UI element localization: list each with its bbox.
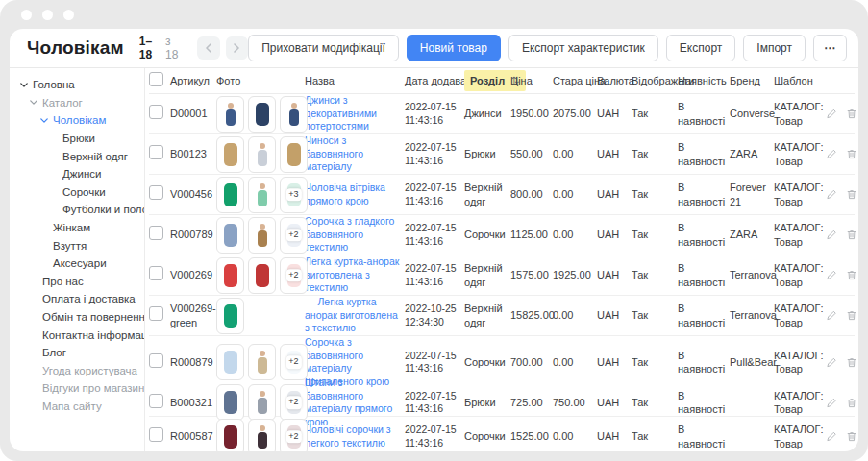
sidebar-item-exchange-returns[interactable]: Обмін та повернення <box>10 308 144 327</box>
sidebar-item-outerwear[interactable]: Верхній одяг <box>10 147 144 165</box>
delete-icon[interactable] <box>846 108 857 120</box>
product-photo[interactable] <box>216 177 244 213</box>
row-checkbox[interactable] <box>149 105 163 119</box>
product-name-link[interactable]: Чоловіча вітрівка прямого крою <box>305 182 400 207</box>
product-photo[interactable] <box>216 257 244 294</box>
sidebar-item-payment-delivery[interactable]: Оплата і доставка <box>10 290 144 308</box>
product-photo[interactable] <box>248 177 276 213</box>
product-photo[interactable] <box>248 136 276 173</box>
delete-icon[interactable] <box>846 229 857 241</box>
product-name-link[interactable]: — Легка куртка-анорак виготовлена з текс… <box>305 296 400 335</box>
row-checkbox[interactable] <box>149 394 163 408</box>
sidebar-item-store-reviews[interactable]: Відгуки про магазин <box>10 379 144 398</box>
sidebar-item-catalog[interactable]: Каталог <box>10 94 144 112</box>
product-name-link[interactable]: Штани з бавовняного матеріалу прямого кр… <box>305 376 400 429</box>
col-date-added[interactable]: Дата додавання <box>405 74 464 87</box>
more-photos-badge[interactable]: +3 <box>280 177 308 213</box>
col-currency[interactable]: Валюта <box>597 74 632 87</box>
sidebar-item-shirts[interactable]: Сорочки <box>10 183 144 202</box>
col-name[interactable]: Назва <box>305 74 405 87</box>
prev-page-button[interactable] <box>197 36 219 60</box>
product-name-link[interactable]: Чиноси з бавовняного матеріалу <box>305 134 400 174</box>
col-old-price[interactable]: Стара ціна <box>553 74 597 87</box>
product-name-link[interactable]: Легка куртка-анорак виготовлена з тексти… <box>305 255 400 295</box>
more-photos-badge[interactable]: +2 <box>280 384 308 421</box>
delete-icon[interactable] <box>846 430 857 443</box>
sidebar-item-home[interactable]: Головна <box>10 76 144 94</box>
edit-icon[interactable] <box>826 430 837 443</box>
next-page-button[interactable] <box>226 36 248 60</box>
product-photo[interactable] <box>216 384 244 421</box>
more-photos-badge[interactable]: +2 <box>280 344 308 380</box>
product-name-link[interactable]: Сорочка з гладкого бавовняного текстилю <box>305 215 400 255</box>
sidebar-item-shoes[interactable]: Взуття <box>10 236 144 255</box>
col-photo[interactable]: Фото <box>216 74 305 87</box>
sidebar-item-about-us[interactable]: Про нас <box>10 273 144 291</box>
row-checkbox[interactable] <box>149 145 163 159</box>
edit-icon[interactable] <box>826 108 837 120</box>
product-photo[interactable] <box>248 96 276 133</box>
product-name-link[interactable]: Джинси з декоративними потертостями <box>305 94 400 133</box>
row-checkbox[interactable] <box>149 306 163 321</box>
sidebar-item-contact-info[interactable]: Контактна інформація <box>10 326 144 344</box>
edit-icon[interactable] <box>826 269 837 281</box>
row-checkbox[interactable] <box>149 427 163 442</box>
product-photo[interactable] <box>280 96 308 133</box>
product-photo[interactable] <box>216 217 244 254</box>
delete-icon[interactable] <box>846 269 857 281</box>
col-display[interactable]: Відображати <box>632 74 678 87</box>
edit-icon[interactable] <box>826 397 837 409</box>
col-section[interactable]: Розділ⇅ <box>464 70 510 91</box>
edit-icon[interactable] <box>826 356 837 369</box>
sidebar-item-men[interactable]: Чоловікам <box>10 111 144 130</box>
export-characteristics-button[interactable]: Експорт характеристик <box>508 35 658 61</box>
more-actions-button[interactable]: ⋯ <box>813 35 847 61</box>
product-photo[interactable] <box>280 136 308 173</box>
col-sku[interactable]: Артикул <box>170 74 216 87</box>
col-template[interactable]: Шаблон <box>774 74 826 87</box>
product-photo[interactable] <box>248 419 276 452</box>
sidebar-item-blog[interactable]: Блог <box>10 344 144 362</box>
delete-icon[interactable] <box>846 148 857 160</box>
row-checkbox[interactable] <box>149 353 163 368</box>
row-checkbox[interactable] <box>149 226 163 240</box>
sidebar-item-user-agreement[interactable]: Угода користувача <box>10 362 144 380</box>
edit-icon[interactable] <box>826 188 837 201</box>
more-photos-badge[interactable]: +2 <box>280 257 308 294</box>
product-photo[interactable] <box>216 344 244 380</box>
select-all-checkbox[interactable] <box>149 72 163 86</box>
col-availability[interactable]: Наявність <box>678 74 730 87</box>
row-checkbox[interactable] <box>149 266 163 280</box>
edit-icon[interactable] <box>826 148 837 160</box>
sidebar-item-jeans[interactable]: Джинси <box>10 165 144 183</box>
col-brand[interactable]: Бренд <box>730 74 774 87</box>
delete-icon[interactable] <box>846 309 857 322</box>
more-photos-badge[interactable]: +2 <box>280 217 308 254</box>
sidebar-item-tshirts-polo[interactable]: Футболки и поло <box>10 201 144 219</box>
product-photo[interactable] <box>216 419 244 452</box>
new-product-button[interactable]: Новий товар <box>407 35 501 61</box>
row-checkbox[interactable] <box>149 185 163 200</box>
sidebar-item-women[interactable]: Жінкам <box>10 219 144 237</box>
product-photo[interactable] <box>216 298 244 334</box>
sidebar-item-trousers[interactable]: Брюки <box>10 130 144 148</box>
sidebar-item-accessories[interactable]: Аксесуари <box>10 255 144 273</box>
product-photo[interactable] <box>248 344 276 380</box>
product-photo[interactable] <box>248 384 276 421</box>
more-photos-badge[interactable]: +2 <box>280 419 308 452</box>
delete-icon[interactable] <box>846 188 857 201</box>
col-price[interactable]: Ціна <box>510 74 553 87</box>
product-name-link[interactable]: Чоловічі сорочки з легкого текстилю <box>305 424 400 449</box>
import-button[interactable]: Імпорт <box>743 35 806 61</box>
hide-modifications-button[interactable]: Приховати модифікації <box>248 35 399 61</box>
delete-icon[interactable] <box>846 397 857 409</box>
export-button[interactable]: Експорт <box>666 35 735 61</box>
delete-icon[interactable] <box>846 356 857 369</box>
sidebar-item-sitemap[interactable]: Мапа сайту <box>10 398 144 416</box>
edit-icon[interactable] <box>826 229 837 241</box>
product-photo[interactable] <box>248 257 276 294</box>
edit-icon[interactable] <box>826 309 837 322</box>
product-photo[interactable] <box>216 96 244 133</box>
product-photo[interactable] <box>216 136 244 173</box>
product-photo[interactable] <box>248 217 276 254</box>
